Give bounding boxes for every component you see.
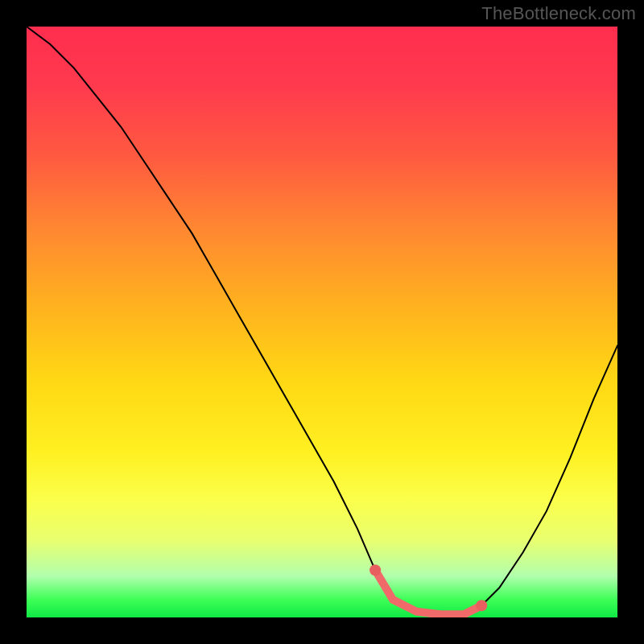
plot-area — [27, 27, 617, 617]
chart-frame: TheBottleneck.com — [0, 0, 644, 644]
curve-layer — [27, 27, 617, 617]
bottleneck-curve — [27, 27, 617, 614]
optimal-region-dot-right — [476, 600, 487, 611]
optimal-region-stroke — [375, 570, 481, 614]
optimal-region-dot-left — [369, 564, 381, 576]
watermark-text: TheBottleneck.com — [481, 3, 636, 24]
